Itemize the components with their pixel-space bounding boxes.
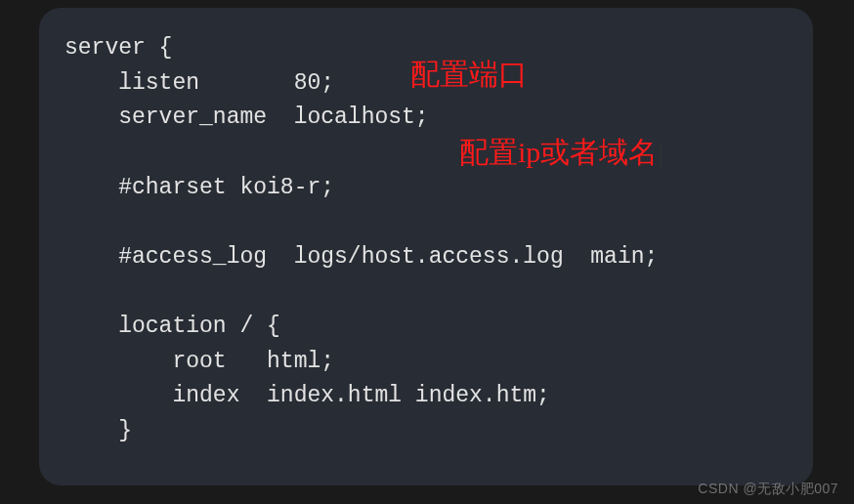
code-line-root: root html; xyxy=(64,345,788,380)
annotation-port: 配置端口 xyxy=(410,52,528,98)
blank-line xyxy=(64,136,788,171)
annotation-domain: 配置ip或者域名| xyxy=(459,130,663,176)
blank-line xyxy=(64,205,788,240)
blank-line xyxy=(64,274,788,310)
code-line-location: location / { xyxy=(64,310,788,345)
code-line-close-brace: } xyxy=(64,414,788,449)
code-line-server-name: server_name localhost; xyxy=(64,101,788,136)
code-line-charset: #charset koi8-r; xyxy=(64,171,788,206)
nginx-config-code-block: server { listen 80; server_name localhos… xyxy=(39,8,813,485)
code-line-index: index index.html index.htm; xyxy=(64,379,788,414)
code-line-access-log: #access_log logs/host.access.log main; xyxy=(64,240,788,275)
watermark: CSDN @无敌小肥007 xyxy=(698,481,838,498)
